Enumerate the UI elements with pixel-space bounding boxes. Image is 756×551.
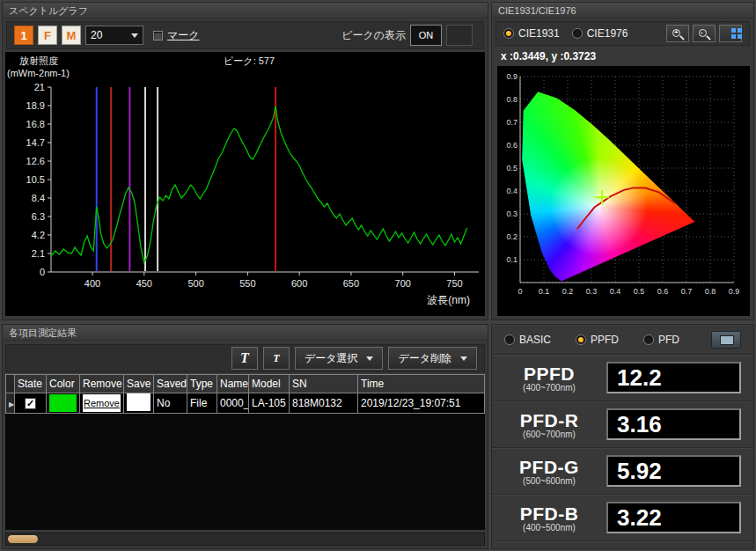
mark-label[interactable]: マーク — [167, 28, 200, 43]
cell-saved: No — [154, 393, 187, 414]
cie-y-tick-label: 0.3 — [506, 209, 517, 218]
y-tick-label: 21 — [34, 82, 45, 92]
y-tick-label: 6.3 — [32, 211, 45, 222]
zoom-in-button[interactable]: + — [666, 25, 689, 42]
view-m-button[interactable]: M — [62, 26, 81, 45]
minus-icon: - — [701, 28, 703, 37]
radio-cie1976-label: CIE1976 — [587, 27, 628, 40]
results-panel: 各項目測定結果 T T データ選択 データ削除 — [2, 324, 488, 549]
col-name: Name — [217, 375, 249, 393]
app-window: スペクトルグラフ 1 F M 20 マーク ピークの表示 ON 02.14.26… — [0, 0, 756, 551]
cie-x-tick-label: 0.2 — [562, 287, 574, 296]
average-select-value: 20 — [91, 29, 102, 41]
measurement-row-pfd-r: PFD-R (600~700nm) 3.16 — [492, 401, 753, 448]
y-tick-label: 4.2 — [32, 230, 45, 240]
measurement-label: PPFD — [524, 364, 575, 385]
spectrum-chart: 02.14.26.38.410.512.614.716.818.92140045… — [5, 52, 485, 316]
color-swatch — [49, 394, 77, 412]
cie-y-tick-label: 0.7 — [506, 118, 517, 127]
cie-panel-title: CIE1931/CIE1976 — [492, 3, 753, 18]
cell-save — [124, 393, 154, 414]
view-1-button[interactable]: 1 — [14, 26, 33, 45]
magnifier-handle-icon — [706, 35, 711, 40]
cell-model: LA-105 — [249, 393, 290, 414]
y-tick-label: 16.8 — [26, 119, 45, 129]
cie-y-tick-label: 0.5 — [506, 164, 517, 173]
measurement-row-ppfd: PPFD (400~700nm) 12.2 — [492, 355, 753, 401]
mark-checkbox[interactable] — [153, 31, 163, 40]
table-row: ▶ ✓ Remove — [6, 393, 485, 414]
horizontal-scrollbar[interactable] — [5, 533, 485, 546]
measurement-label: PFD-G — [519, 457, 579, 478]
cie-toolbar: CIE1931 CIE1976 + - — [495, 21, 750, 46]
radio-pfd[interactable]: PFD — [643, 334, 679, 346]
table-header-row: State Color Remove Save Saved Type Name … — [6, 375, 485, 393]
remove-button[interactable]: Remove — [83, 394, 121, 412]
data-delete-label: データ削除 — [398, 351, 451, 366]
measurement-range: (400~500nm) — [523, 523, 576, 533]
cie-x-tick-label: 0.9 — [729, 287, 740, 296]
zoom-out-button[interactable]: - — [693, 25, 716, 42]
radio-cie1931[interactable]: CIE1931 — [503, 27, 560, 40]
y-tick-label: 8.4 — [32, 193, 45, 203]
measurement-label-block: PFD-B (400~500nm) — [492, 503, 606, 533]
y-tick-label: 10.5 — [26, 174, 45, 185]
font-increase-button[interactable]: T — [231, 347, 258, 370]
peak-on-button[interactable]: ON — [410, 25, 442, 46]
measurement-row-pfd-b: PFD-B (400~500nm) 3.22 — [492, 495, 753, 541]
cell-state: ✓ — [15, 393, 47, 414]
radio-dot-icon — [643, 334, 654, 345]
radio-basic[interactable]: BASIC — [504, 334, 551, 346]
view-f-button[interactable]: F — [38, 26, 57, 45]
save-button[interactable] — [127, 393, 150, 411]
measurement-label: PFD-B — [520, 503, 579, 525]
cie-x-tick-label: 0.7 — [681, 287, 693, 296]
cell-remove: Remove — [80, 393, 124, 414]
y-axis-title-line1: 放射照度 — [19, 55, 58, 66]
measurement-value: 3.22 — [606, 502, 741, 533]
radio-ppfd[interactable]: PPFD — [576, 334, 619, 346]
cell-sn: 818M0132 — [290, 393, 358, 414]
y-tick-label: 2.1 — [32, 248, 45, 259]
radio-cie1976[interactable]: CIE1976 — [572, 27, 628, 40]
cie-coordinates-readout: x :0.3449, y :0.3723 — [501, 50, 596, 62]
chevron-down-icon — [366, 356, 373, 361]
measurement-range: (500~600nm) — [523, 476, 576, 486]
average-select[interactable]: 20 — [85, 26, 143, 45]
peak-off-button[interactable] — [446, 25, 473, 46]
radio-dot-icon — [576, 334, 586, 345]
spectrum-line — [51, 106, 467, 262]
measurement-label: PFD-R — [520, 410, 579, 431]
data-delete-button[interactable]: データ削除 — [388, 347, 477, 370]
x-tick-label: 650 — [343, 278, 359, 289]
spectrum-chart-svg: 02.14.26.38.410.512.614.716.818.92140045… — [5, 52, 485, 316]
x-tick-label: 600 — [291, 278, 307, 289]
cell-time: 2019/12/23_19:07:51 — [358, 393, 485, 414]
y-axis-title-line2: (mWm-2nm-1) — [7, 68, 70, 78]
data-select-button[interactable]: データ選択 — [295, 347, 384, 370]
display-mode-button[interactable] — [711, 331, 741, 349]
mode-selector-row: BASIC PPFD PFD — [492, 325, 753, 355]
chevron-down-icon — [131, 33, 138, 38]
cie-y-tick-label: 0.8 — [506, 95, 517, 104]
measurement-label-block: PFD-R (600~700nm) — [492, 410, 606, 439]
peak-value-label: ピーク: 577 — [224, 55, 275, 66]
grid-icon — [725, 28, 737, 40]
row-marker-cell: ▶ — [6, 393, 15, 414]
cell-color — [47, 393, 80, 414]
state-checkbox[interactable]: ✓ — [25, 398, 36, 409]
x-tick-label: 700 — [395, 278, 411, 289]
data-select-label: データ選択 — [305, 351, 358, 366]
y-tick-label: 12.6 — [26, 156, 45, 166]
cie-x-tick-label: 0.5 — [634, 287, 645, 296]
fit-view-button[interactable] — [719, 25, 742, 42]
font-decrease-button[interactable]: T — [263, 347, 290, 370]
results-toolbar: T T データ選択 データ削除 — [5, 344, 485, 372]
radio-dot-icon — [572, 28, 583, 39]
y-tick-label: 14.7 — [26, 137, 45, 148]
cie-x-tick-label: 0.1 — [539, 287, 550, 296]
cell-name: 0000_ — [217, 393, 249, 414]
measurement-value: 5.92 — [606, 455, 741, 487]
scrollbar-thumb[interactable] — [8, 535, 38, 543]
radio-dot-icon — [503, 28, 514, 39]
